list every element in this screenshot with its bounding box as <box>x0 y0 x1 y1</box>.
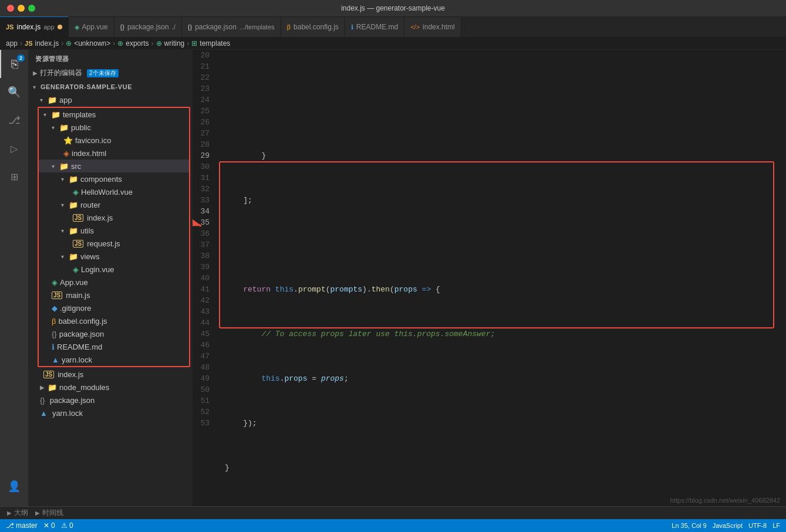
tree-item-appvue[interactable]: ◈ App.vue <box>39 276 189 289</box>
js-icon: JS <box>73 214 83 222</box>
babel-icon: β <box>287 23 291 31</box>
cursor-position[interactable]: Ln 35, Col 9 <box>672 522 706 529</box>
outline-panel[interactable]: ▶ 大纲 <box>7 508 28 518</box>
tab-indexhtml[interactable]: </> index.html <box>404 16 461 37</box>
yarn-icon: ▲ <box>40 409 48 418</box>
chevron-down-icon: ▾ <box>61 176 67 182</box>
tab-bar: JS index.js app ◈ App.vue {} package.jso… <box>0 16 786 37</box>
activity-icon-extensions[interactable]: ⊞ <box>0 162 28 191</box>
tree-item-public[interactable]: ▾ 📁 public <box>39 121 189 134</box>
tree-item-root-yarnlock[interactable]: ▲ yarn.lock <box>28 406 193 419</box>
warnings-count[interactable]: ⚠ 0 <box>61 521 73 530</box>
chevron-right-icon: ▶ <box>33 70 38 76</box>
tree-label: request.js <box>87 239 120 248</box>
tree-label: index.js <box>87 214 113 222</box>
unsaved-count-badge: 2个未保存 <box>87 69 119 77</box>
bc-exports-icon: ⊕ <box>117 39 123 48</box>
root-folder[interactable]: ▾ GENERATOR-SAMPLE-VUE <box>28 80 193 93</box>
root-label: GENERATOR-SAMPLE-VUE <box>41 83 132 90</box>
bc-unknown[interactable]: <unknown> <box>74 39 110 48</box>
maximize-button[interactable] <box>28 5 35 12</box>
tree-item-utils[interactable]: ▾ 📁 utils <box>39 224 189 237</box>
bc-indexjs[interactable]: index.js <box>35 39 59 48</box>
code-line-25: this.props = props; <box>225 373 786 384</box>
tree-item-yarnlock[interactable]: ▲ yarn.lock <box>39 353 189 366</box>
minimize-button[interactable] <box>18 5 25 12</box>
tree-label: App.vue <box>60 278 88 287</box>
bc-writing[interactable]: writing <box>164 39 185 48</box>
activity-icon-search[interactable]: 🔍 <box>0 78 28 106</box>
tree-item-indexjs[interactable]: JS index.js <box>28 368 193 381</box>
tree-label: router <box>80 201 100 209</box>
branch-label: master <box>16 521 38 530</box>
tree-item-templates[interactable]: ▾ 📁 templates <box>39 108 189 121</box>
tree-item-loginvue[interactable]: ◈ Login.vue <box>39 263 189 276</box>
chevron-down-icon: ▾ <box>61 228 67 234</box>
activity-icon-explorer[interactable]: ⎘ 2 <box>0 50 28 78</box>
status-right: Ln 35, Col 9 JavaScript UTF-8 LF <box>672 522 780 529</box>
tab-packagejson1[interactable]: {} package.json ./ <box>114 16 182 37</box>
json-icon: {} <box>188 23 192 31</box>
tree-item-gitignore[interactable]: ◆ .gitignore <box>39 301 189 314</box>
tab-babel[interactable]: β babel.config.js <box>281 16 345 37</box>
folder-icon: 📁 <box>69 201 78 209</box>
status-left: ⎇ master ✕ 0 ⚠ 0 <box>6 521 73 530</box>
code-container[interactable]: 20 21 22 23 24 25 26 27 28 29 30 31 32 3… <box>193 50 786 494</box>
open-editors-label: 打开的编辑器 <box>40 68 82 78</box>
tree-item-requestjs[interactable]: JS request.js <box>39 237 189 250</box>
folder-icon: 📁 <box>59 123 69 132</box>
errors-count[interactable]: ✕ 0 <box>43 521 55 530</box>
folder-icon: 📁 <box>59 162 69 171</box>
tree-item-router-indexjs[interactable]: JS index.js <box>39 211 189 224</box>
js-icon: JS <box>52 292 62 299</box>
line-ending[interactable]: LF <box>772 522 780 529</box>
tree-item-babelconfig[interactable]: β babel.config.js <box>39 314 189 327</box>
tree-label: favicon.ico <box>75 136 111 145</box>
tab-readme[interactable]: ℹ README.md <box>345 16 404 37</box>
tree-label: .gitignore <box>60 304 91 313</box>
tree-item-components[interactable]: ▾ 📁 components <box>39 172 189 185</box>
close-button[interactable] <box>7 5 14 12</box>
tree-item-helloworldvue[interactable]: ◈ HelloWorld.vue <box>39 185 189 198</box>
activity-icon-debug[interactable]: ▷ <box>0 134 28 162</box>
js-icon: JS <box>6 23 14 31</box>
json-icon: {} <box>40 396 45 405</box>
tree-item-favicon[interactable]: ⭐ favicon.ico <box>39 134 189 147</box>
encoding[interactable]: UTF-8 <box>748 522 767 529</box>
tree-label: HelloWorld.vue <box>81 188 133 196</box>
chevron-down-icon: ▾ <box>40 97 46 103</box>
tree-item-root-packagejson[interactable]: {} package.json <box>28 394 193 406</box>
tree-item-router[interactable]: ▾ 📁 router <box>39 198 189 211</box>
timeline-panel[interactable]: ▶ 时间线 <box>35 508 63 518</box>
account-icon: 👤 <box>8 480 21 493</box>
tree-item-nodemodules[interactable]: ▶ 📁 node_modules <box>28 381 193 394</box>
bc-app[interactable]: app <box>6 39 18 48</box>
code-line-23: return this.prompt(prompts).then(props =… <box>225 284 786 295</box>
warning-icon: ⚠ <box>61 521 68 530</box>
bc-templates[interactable]: templates <box>200 39 230 48</box>
tree-item-packagejson[interactable]: {} package.json <box>39 327 189 340</box>
git-branch[interactable]: ⎇ master <box>6 521 38 530</box>
language-mode[interactable]: JavaScript <box>713 522 743 529</box>
open-editors-header[interactable]: ▶ 打开的编辑器 2个未保存 <box>28 66 193 80</box>
main-layout: ⎘ 2 🔍 ⎇ ▷ ⊞ 👤 资源管理器 ▶ 打开的编辑器 2个未保存 ▾ <box>0 50 786 506</box>
tree-item-readmemd[interactable]: ℹ README.md <box>39 340 189 353</box>
tree-item-app[interactable]: ▾ 📁 app <box>28 93 193 106</box>
chevron-down-icon: ▾ <box>52 163 58 170</box>
activity-icon-account[interactable]: 👤 <box>0 472 28 500</box>
chevron-down-icon: ▾ <box>33 84 39 90</box>
tree-item-indexhtml[interactable]: ◈ index.html <box>39 147 189 160</box>
tree-item-mainjs[interactable]: JS main.js <box>39 289 189 301</box>
tree-label: package.json <box>50 396 95 405</box>
tab-appvue[interactable]: ◈ App.vue <box>69 16 114 37</box>
window-controls[interactable] <box>7 5 35 12</box>
tab-indexjs[interactable]: JS index.js app <box>0 16 69 37</box>
tree-item-src[interactable]: ▾ 📁 src <box>39 160 189 172</box>
activity-icon-git[interactable]: ⎇ <box>0 106 28 134</box>
tree-label: components <box>80 175 122 184</box>
code-line-21: ]; <box>225 195 786 206</box>
title-bar: index.js — generator-sample-vue <box>0 0 786 16</box>
tab-packagejson2[interactable]: {} package.json .../templates <box>182 16 281 37</box>
bc-exports[interactable]: exports <box>126 39 149 48</box>
tree-item-views[interactable]: ▾ 📁 views <box>39 250 189 263</box>
